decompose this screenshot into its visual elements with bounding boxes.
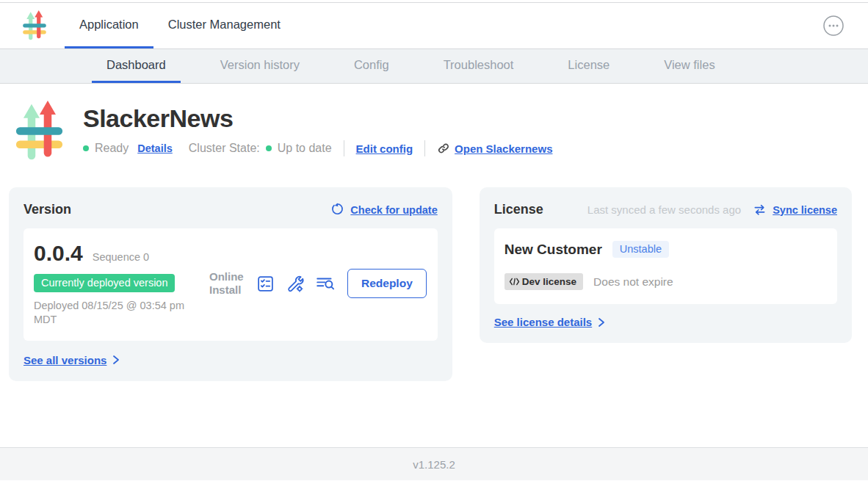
status-details-link[interactable]: Details	[137, 142, 173, 154]
subnav-dashboard-label: Dashboard	[106, 58, 166, 72]
last-synced-text: Last synced a few seconds ago	[587, 203, 741, 216]
version-card-title: Version	[23, 202, 71, 217]
app-logo-small	[22, 3, 47, 48]
chevron-right-icon	[598, 317, 605, 328]
subnav-license-label: License	[568, 58, 610, 72]
deployed-timestamp: Deployed 08/15/25 @ 03:54 pm MDT	[34, 299, 199, 327]
check-for-update[interactable]: Check for update	[330, 203, 437, 217]
cluster-state-value: Up to date	[278, 142, 332, 155]
app-header: SlackerNews Ready Details Cluster State:…	[0, 84, 868, 164]
tab-application[interactable]: Application	[65, 3, 153, 48]
view-logs-icon[interactable]	[315, 274, 336, 293]
overflow-menu-button[interactable]	[822, 15, 845, 37]
sync-icon	[753, 203, 767, 217]
code-icon	[509, 278, 520, 286]
see-license-details-label: See license details	[494, 316, 592, 328]
app-footer: v1.125.2	[0, 447, 868, 480]
customer-name: New Customer	[504, 242, 602, 258]
slackernews-logo-icon	[22, 10, 47, 42]
license-expiry: Does not expire	[593, 275, 673, 289]
dashboard-main: SlackerNews Ready Details Cluster State:…	[0, 84, 868, 447]
subnav-tab-troubleshoot[interactable]: Troubleshoot	[429, 49, 529, 83]
version-number: 0.0.4	[34, 241, 83, 266]
divider	[344, 140, 344, 156]
page-title: SlackerNews	[83, 104, 552, 133]
see-all-versions[interactable]: See all versions	[23, 354, 438, 366]
version-card: Version Check for update 0.0.4 Sequence …	[9, 187, 452, 381]
preflight-checklist-icon[interactable]	[256, 275, 275, 293]
cluster-state-label: Cluster State:	[189, 142, 260, 155]
subnav-tab-license[interactable]: License	[553, 49, 624, 83]
license-card: License Last synced a few seconds ago Sy…	[480, 187, 852, 343]
tab-cluster-management[interactable]: Cluster Management	[153, 3, 295, 48]
sync-license-label: Sync license	[773, 204, 837, 216]
sync-license[interactable]: Sync license	[753, 203, 837, 217]
deployed-status-badge: Currently deployed version	[34, 274, 175, 292]
channel-badge: Unstable	[612, 241, 669, 258]
subnav-tab-config[interactable]: Config	[339, 49, 404, 83]
app-status-row: Ready Details Cluster State: Up to date …	[83, 140, 552, 156]
current-version-panel: 0.0.4 Sequence 0 Currently deployed vers…	[23, 228, 438, 341]
install-type-label: Online Install	[209, 270, 246, 298]
subnav-tab-view-files[interactable]: View files	[649, 49, 729, 83]
config-wrench-icon[interactable]	[285, 274, 305, 294]
see-license-details[interactable]: See license details	[494, 316, 837, 328]
subnav-view-files-label: View files	[664, 58, 715, 72]
console-version: v1.125.2	[413, 458, 455, 471]
refresh-icon	[330, 203, 344, 217]
open-app-link-label: Open Slackernews	[455, 142, 552, 155]
license-type-label: Dev license	[522, 276, 576, 287]
cluster-state-dot	[266, 145, 272, 151]
subnav-tab-dashboard[interactable]: Dashboard	[92, 49, 181, 83]
tab-cluster-management-label: Cluster Management	[168, 18, 281, 32]
subnav-troubleshoot-label: Troubleshoot	[444, 58, 514, 72]
divider	[424, 140, 425, 156]
license-details-panel: New Customer Unstable Dev license Does n…	[494, 228, 837, 304]
app-status-text: Ready	[95, 142, 129, 155]
ellipsis-circle-icon	[822, 15, 845, 37]
open-app-link[interactable]: Open Slackernews	[437, 142, 552, 155]
license-type-badge: Dev license	[504, 273, 583, 290]
app-status-dot	[83, 145, 89, 151]
edit-config-link[interactable]: Edit config	[356, 142, 413, 155]
app-logo-large	[15, 98, 64, 164]
subnav-tab-version-history[interactable]: Version history	[206, 49, 314, 83]
link-icon	[437, 142, 450, 155]
check-for-update-label: Check for update	[350, 204, 437, 216]
see-all-versions-label: See all versions	[23, 354, 106, 366]
version-sequence: Sequence 0	[93, 251, 149, 263]
subnav-config-label: Config	[354, 58, 389, 72]
license-card-title: License	[494, 202, 543, 217]
subnav-version-history-label: Version history	[220, 58, 300, 72]
chevron-right-icon	[112, 355, 120, 365]
top-navigation: Application Cluster Management	[0, 2, 868, 49]
tab-application-label: Application	[79, 18, 139, 32]
redeploy-button[interactable]: Redeploy	[347, 269, 427, 298]
app-sub-navigation: Dashboard Version history Config Trouble…	[0, 49, 868, 84]
